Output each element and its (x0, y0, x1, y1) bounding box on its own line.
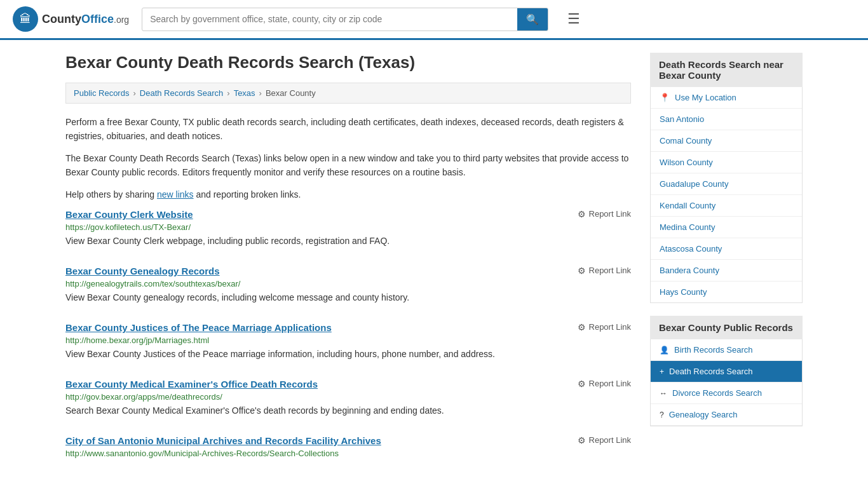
nearby-link-item[interactable]: Medina County (651, 217, 802, 238)
record-title[interactable]: City of San Antonio Municipal Archives a… (65, 435, 381, 446)
report-link[interactable]: ⚙ Report Link (578, 322, 631, 332)
logo[interactable]: 🏛 CountyOffice.org (13, 6, 129, 32)
breadcrumb-bexar: Bexar County (266, 88, 316, 98)
record-desc: View Bexar County Clerk webpage, includi… (65, 234, 631, 248)
record-title[interactable]: Bexar County Genealogy Records (65, 266, 220, 276)
report-link[interactable]: ⚙ Report Link (578, 435, 631, 445)
record-item: Bexar County Genealogy Records ⚙ Report … (65, 266, 631, 304)
pub-record-link[interactable]: Divorce Records Search (672, 388, 762, 398)
header: 🏛 CountyOffice.org 🔍 ☰ (0, 0, 868, 40)
pub-record-icon: + (660, 367, 664, 376)
pub-record-icon: ? (660, 410, 664, 419)
record-title[interactable]: Bexar County Clerk Website (65, 209, 193, 220)
record-item: Bexar County Clerk Website ⚙ Report Link… (65, 209, 631, 248)
breadcrumb-death-records[interactable]: Death Records Search (140, 88, 224, 98)
nearby-link-item[interactable]: Hays County (651, 281, 802, 302)
pub-record-icon: ↔ (660, 389, 667, 398)
record-desc: Search Bexar County Medical Examiner's O… (65, 404, 631, 417)
search-input[interactable] (142, 9, 517, 29)
public-records-item[interactable]: ?Genealogy Search (651, 404, 802, 426)
nearby-county-link[interactable]: Atascosa County (660, 244, 722, 254)
description-para1: Perform a free Bexar County, TX public d… (65, 115, 631, 144)
nearby-county-link[interactable]: Medina County (660, 222, 715, 232)
record-url[interactable]: http://genealogytrails.com/tex/southtexa… (65, 279, 631, 288)
public-records-section-title: Bexar County Public Records (650, 316, 803, 339)
nearby-county-link[interactable]: Wilson County (660, 158, 713, 167)
record-desc: View Bexar County genealogy records, inc… (65, 291, 631, 304)
nearby-county-link[interactable]: Guadalupe County (660, 179, 728, 189)
record-desc: View Bexar County Justices of the Peace … (65, 348, 631, 361)
page-title: Bexar County Death Records Search (Texas… (65, 53, 631, 72)
location-icon: 📍 (660, 93, 670, 102)
record-url[interactable]: http://home.bexar.org/jp/Marriages.html (65, 336, 631, 345)
nearby-section-title: Death Records Search near Bexar County (650, 53, 803, 87)
nearby-county-link[interactable]: Hays County (660, 287, 707, 297)
breadcrumb-sep-2: › (227, 88, 229, 98)
report-icon: ⚙ (578, 322, 586, 332)
report-icon: ⚙ (578, 209, 586, 219)
breadcrumb-sep-1: › (133, 88, 135, 98)
record-item: City of San Antonio Municipal Archives a… (65, 435, 631, 458)
nearby-county-link[interactable]: Bandera County (660, 266, 719, 275)
description-para2: The Bexar County Death Records Search (T… (65, 151, 631, 180)
menu-icon[interactable]: ☰ (567, 11, 580, 27)
logo-text: CountyOffice.org (42, 13, 129, 26)
record-url[interactable]: http://gov.bexar.org/apps/me/deathrecord… (65, 392, 631, 402)
sidebar: Death Records Search near Bexar County 📍… (650, 53, 803, 476)
record-url[interactable]: http://www.sanantonio.gov/Municipal-Arch… (65, 449, 631, 458)
record-title[interactable]: Bexar County Medical Examiner's Office D… (65, 379, 318, 390)
search-button[interactable]: 🔍 (517, 8, 548, 30)
record-url[interactable]: https://gov.kofiletech.us/TX-Bexar/ (65, 222, 631, 232)
pub-record-icon: 👤 (660, 346, 669, 355)
nearby-links: 📍Use My LocationSan AntonioComal CountyW… (650, 87, 803, 303)
report-icon: ⚙ (578, 379, 586, 389)
nearby-link-item[interactable]: Atascosa County (651, 238, 802, 260)
record-item: Bexar County Justices of The Peace Marri… (65, 322, 631, 361)
nearby-county-link[interactable]: Comal County (660, 136, 712, 146)
nearby-link-item[interactable]: Kendall County (651, 195, 802, 217)
use-location-link[interactable]: Use My Location (675, 93, 736, 102)
main-container: Bexar County Death Records Search (Texas… (53, 40, 815, 488)
records-list: Bexar County Clerk Website ⚙ Report Link… (65, 209, 631, 458)
public-records-item[interactable]: +Death Records Search (651, 361, 802, 383)
pub-record-link[interactable]: Genealogy Search (669, 410, 738, 419)
public-records-item[interactable]: ↔Divorce Records Search (651, 383, 802, 404)
search-bar: 🔍 (142, 8, 548, 31)
description-para3: Help others by sharing new links and rep… (65, 187, 631, 201)
logo-icon: 🏛 (13, 6, 38, 32)
public-records-item[interactable]: 👤Birth Records Search (651, 339, 802, 361)
nearby-link-item[interactable]: San Antonio (651, 109, 802, 130)
record-title[interactable]: Bexar County Justices of The Peace Marri… (65, 322, 332, 333)
report-icon: ⚙ (578, 266, 586, 276)
pub-record-link[interactable]: Death Records Search (669, 367, 753, 376)
report-link[interactable]: ⚙ Report Link (578, 266, 631, 276)
nearby-county-link[interactable]: Kendall County (660, 201, 715, 210)
nearby-link-item[interactable]: 📍Use My Location (651, 87, 802, 109)
report-icon: ⚙ (578, 435, 586, 445)
report-link[interactable]: ⚙ Report Link (578, 379, 631, 389)
nearby-county-link[interactable]: San Antonio (660, 114, 704, 124)
breadcrumb-texas[interactable]: Texas (234, 88, 255, 98)
nearby-link-item[interactable]: Comal County (651, 130, 802, 152)
breadcrumb-public-records[interactable]: Public Records (74, 88, 129, 98)
content-area: Bexar County Death Records Search (Texas… (65, 53, 631, 476)
new-links-link[interactable]: new links (157, 189, 194, 200)
nearby-link-item[interactable]: Wilson County (651, 152, 802, 173)
record-item: Bexar County Medical Examiner's Office D… (65, 379, 631, 417)
nearby-link-item[interactable]: Bandera County (651, 260, 802, 281)
public-records-links: 👤Birth Records Search+Death Records Sear… (650, 339, 803, 426)
pub-record-link[interactable]: Birth Records Search (674, 345, 753, 355)
breadcrumb: Public Records › Death Records Search › … (65, 83, 631, 104)
report-link[interactable]: ⚙ Report Link (578, 209, 631, 219)
breadcrumb-sep-3: › (259, 88, 262, 98)
nearby-link-item[interactable]: Guadalupe County (651, 173, 802, 195)
